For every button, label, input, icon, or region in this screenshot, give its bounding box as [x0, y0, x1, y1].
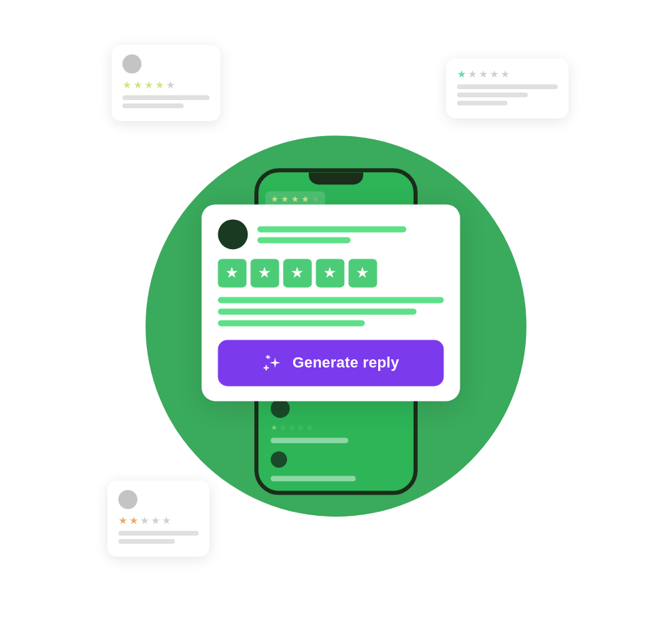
- fc-line-tr-2: [457, 93, 528, 97]
- phone-star-2: ★: [281, 194, 289, 204]
- fc-star-tr-5: ★: [501, 68, 509, 80]
- phone-star-4: ★: [301, 194, 309, 204]
- phone-star-1: ★: [271, 194, 279, 204]
- card-line-2: [218, 308, 416, 314]
- float-stars-bl: ★ ★ ★ ★ ★: [118, 514, 199, 527]
- generate-reply-button[interactable]: Generate reply: [218, 340, 443, 386]
- fc-star-tl-2: ★: [133, 79, 142, 91]
- card-star-4: ★: [316, 259, 344, 287]
- fc-line-tl-2: [122, 103, 184, 108]
- fc-star-bl-2: ★: [129, 514, 138, 527]
- fc-line-tr-1: [457, 84, 558, 89]
- pb-star-5: ☆: [306, 423, 313, 432]
- float-avatar-bl: [118, 490, 137, 509]
- card-subtitle-line: [257, 237, 350, 243]
- fc-line-tr-3: [457, 101, 507, 105]
- fc-star-bl-4: ★: [151, 514, 160, 527]
- phone-line-3: [271, 438, 348, 443]
- sparkle-svg: [263, 352, 284, 374]
- fc-star-tl-5: ★: [166, 79, 175, 91]
- fc-star-tr-3: ★: [479, 68, 488, 80]
- card-line-3: [218, 320, 365, 326]
- card-star-5: ★: [348, 259, 377, 287]
- card-star-2: ★: [250, 259, 279, 287]
- card-text-lines: [218, 297, 443, 326]
- pb-star-3: ☆: [288, 423, 295, 432]
- float-card-top-left: ★ ★ ★ ★ ★: [112, 45, 220, 121]
- fc-star-tl-4: ★: [155, 79, 164, 91]
- pb-star-4: ☆: [297, 423, 304, 432]
- float-avatar-tl: [122, 54, 141, 74]
- fc-star-tr-1: ★: [457, 68, 466, 80]
- generate-reply-label: Generate reply: [292, 354, 399, 372]
- card-header: [218, 219, 443, 249]
- fc-star-bl-1: ★: [118, 514, 127, 527]
- float-stars-tr: ★ ★ ★ ★ ★: [457, 68, 558, 80]
- card-avatar: [218, 219, 248, 249]
- fc-star-tr-4: ★: [490, 68, 499, 80]
- card-star-3: ★: [283, 259, 312, 287]
- fc-line-bl-2: [118, 539, 175, 544]
- fc-line-bl-1: [118, 531, 199, 536]
- card-stars: ★ ★ ★ ★ ★: [218, 259, 443, 287]
- fc-star-bl-3: ★: [140, 514, 149, 527]
- sparkle-icon: [263, 352, 284, 374]
- fc-star-bl-5: ★: [162, 514, 171, 527]
- scene: ★ ★ ★ ★ ★ ★ ☆ ☆ ☆ ☆: [98, 26, 574, 611]
- card-name-line: [257, 226, 406, 232]
- pb-star-1: ★: [271, 423, 278, 432]
- float-card-bottom-left: ★ ★ ★ ★ ★: [107, 480, 209, 557]
- phone-avatar-bottom: [271, 399, 290, 418]
- phone-star-5: ★: [312, 194, 320, 204]
- pb-star-2: ☆: [280, 423, 286, 432]
- phone-bottom-stars: ★ ☆ ☆ ☆ ☆: [271, 423, 313, 432]
- phone-star-3: ★: [291, 194, 299, 204]
- review-card-main: ★ ★ ★ ★ ★: [201, 204, 460, 401]
- fc-star-tl-1: ★: [122, 79, 131, 91]
- card-header-lines: [257, 226, 443, 243]
- card-line-1: [218, 297, 443, 303]
- float-stars-tl: ★ ★ ★ ★ ★: [122, 79, 209, 91]
- phone-avatar-bottom2: [271, 451, 287, 468]
- float-card-top-right: ★ ★ ★ ★ ★: [446, 59, 569, 118]
- phone-line-4: [271, 476, 356, 481]
- card-star-1: ★: [218, 259, 246, 287]
- fc-star-tl-3: ★: [144, 79, 153, 91]
- phone-notch: [309, 172, 363, 184]
- fc-line-tl-1: [122, 95, 209, 100]
- fc-star-tr-2: ★: [468, 68, 477, 80]
